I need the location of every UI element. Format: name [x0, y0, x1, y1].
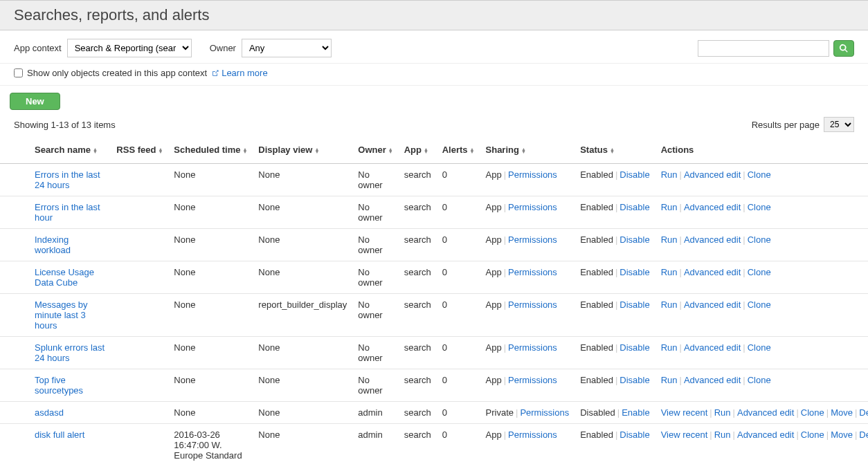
page-header: Searches, reports, and alerts [0, 0, 868, 30]
action-link-clone[interactable]: Clone [748, 234, 771, 245]
sort-icon: ▲▼ [610, 148, 615, 154]
action-link-run[interactable]: Run [661, 299, 678, 310]
permissions-link[interactable]: Permissions [508, 375, 557, 385]
search-name-link[interactable]: Splunk errors last 24 hours [35, 342, 105, 363]
search-name-link[interactable]: Top five sourcetypes [35, 375, 83, 396]
action-link-clone[interactable]: Clone [748, 375, 771, 385]
col-header-disp[interactable]: Display view▲▼ [253, 139, 352, 164]
action-link-run[interactable]: Run [714, 407, 731, 418]
search-input[interactable] [698, 40, 829, 57]
col-header-alerts[interactable]: Alerts▲▼ [437, 139, 480, 164]
action-link-delete[interactable]: Delete [859, 407, 868, 418]
search-name-link[interactable]: Errors in the last 24 hours [35, 169, 100, 190]
action-link-advanced-edit[interactable]: Advanced edit [684, 234, 741, 245]
permissions-link[interactable]: Permissions [508, 169, 557, 180]
status-action-link[interactable]: Disable [620, 375, 649, 385]
status-action-link[interactable]: Disable [620, 429, 649, 440]
col-header-sched[interactable]: Scheduled time▲▼ [168, 139, 253, 164]
permissions-link[interactable]: Permissions [508, 234, 557, 245]
action-link-view-recent[interactable]: View recent [661, 429, 708, 440]
alerts-cell: 0 [437, 424, 480, 463]
status-action-link[interactable]: Disable [620, 234, 649, 245]
checkbox-label: Show only objects created in this app co… [27, 68, 207, 78]
search-button[interactable] [833, 40, 854, 57]
col-header-sharing[interactable]: Sharing▲▼ [480, 139, 575, 164]
checkbox-bar: Show only objects created in this app co… [0, 64, 868, 86]
col-header-app[interactable]: App▲▼ [399, 139, 437, 164]
permissions-link[interactable]: Permissions [508, 202, 557, 212]
owner-select[interactable]: Any [242, 39, 332, 57]
rss-cell [111, 424, 168, 463]
status-action-link[interactable]: Disable [620, 342, 649, 353]
new-button[interactable]: New [10, 93, 60, 110]
search-name-link[interactable]: License Usage Data Cube [35, 267, 94, 288]
action-link-clone[interactable]: Clone [748, 342, 771, 353]
action-link-run[interactable]: Run [661, 234, 678, 245]
action-link-clone[interactable]: Clone [748, 299, 771, 310]
action-link-run[interactable]: Run [661, 375, 678, 385]
show-only-this-app-checkbox[interactable] [14, 68, 23, 77]
permissions-link[interactable]: Permissions [508, 267, 557, 277]
col-header-rss[interactable]: RSS feed▲▼ [111, 139, 168, 164]
col-header-status[interactable]: Status▲▼ [575, 139, 655, 164]
action-link-advanced-edit[interactable]: Advanced edit [684, 375, 741, 385]
status-action-link[interactable]: Disable [620, 169, 649, 180]
action-link-run[interactable]: Run [661, 202, 678, 212]
action-link-advanced-edit[interactable]: Advanced edit [684, 342, 741, 353]
results-table: Search name▲▼ RSS feed▲▼ Scheduled time▲… [0, 139, 868, 462]
permissions-link[interactable]: Permissions [508, 342, 557, 353]
action-link-advanced-edit[interactable]: Advanced edit [737, 407, 794, 418]
status-action-link[interactable]: Disable [620, 202, 649, 212]
action-link-clone[interactable]: Clone [801, 429, 824, 440]
col-header-name[interactable]: Search name▲▼ [0, 139, 111, 164]
action-link-move[interactable]: Move [831, 407, 853, 418]
status-action-link[interactable]: Enable [622, 407, 649, 418]
permissions-link[interactable]: Permissions [520, 407, 569, 418]
rpp-select[interactable]: 25 [824, 117, 854, 132]
action-link-advanced-edit[interactable]: Advanced edit [684, 202, 741, 212]
rss-cell [111, 369, 168, 402]
sched-cell: None [168, 294, 253, 337]
col-header-owner[interactable]: Owner▲▼ [352, 139, 398, 164]
action-link-clone[interactable]: Clone [801, 407, 824, 418]
action-link-advanced-edit[interactable]: Advanced edit [684, 299, 741, 310]
action-link-move[interactable]: Move [831, 429, 853, 440]
learn-more-link[interactable]: Learn more [211, 68, 267, 78]
sched-cell: None [168, 369, 253, 402]
search-name-link[interactable]: Messages by minute last 3 hours [35, 299, 88, 331]
sharing-cell: App|Permissions [480, 294, 575, 337]
status-cell: Enabled|Disable [575, 164, 655, 196]
owner-cell: admin [352, 402, 398, 424]
action-link-delete[interactable]: Delete [859, 429, 868, 440]
alerts-cell: 0 [437, 164, 480, 196]
status-action-link[interactable]: Disable [620, 299, 649, 310]
action-link-run[interactable]: Run [661, 342, 678, 353]
search-name-link[interactable]: Indexing workload [35, 234, 71, 255]
permissions-link[interactable]: Permissions [508, 429, 557, 440]
actions-cell: Run|Advanced edit|Clone [655, 369, 868, 402]
owner-cell: No owner [352, 337, 398, 369]
sharing-cell: App|Permissions [480, 164, 575, 196]
search-name-link[interactable]: Errors in the last hour [35, 202, 100, 223]
action-link-clone[interactable]: Clone [748, 169, 771, 180]
display-view-cell: None [253, 337, 352, 369]
sort-icon: ▲▼ [521, 148, 526, 154]
search-name-link[interactable]: disk full alert [35, 429, 84, 440]
action-link-advanced-edit[interactable]: Advanced edit [684, 169, 741, 180]
action-link-advanced-edit[interactable]: Advanced edit [684, 267, 741, 277]
action-link-view-recent[interactable]: View recent [661, 407, 708, 418]
display-view-cell: None [253, 424, 352, 463]
action-link-run[interactable]: Run [661, 169, 678, 180]
permissions-link[interactable]: Permissions [508, 299, 557, 310]
owner-label: Owner [210, 43, 236, 53]
rss-cell [111, 337, 168, 369]
search-name-link[interactable]: asdasd [35, 407, 64, 418]
action-link-clone[interactable]: Clone [748, 267, 771, 277]
external-link-icon [211, 69, 219, 77]
app-context-select[interactable]: Search & Reporting (search) [67, 39, 192, 57]
action-link-advanced-edit[interactable]: Advanced edit [737, 429, 794, 440]
status-action-link[interactable]: Disable [620, 267, 649, 277]
action-link-clone[interactable]: Clone [748, 202, 771, 212]
action-link-run[interactable]: Run [714, 429, 731, 440]
action-link-run[interactable]: Run [661, 267, 678, 277]
